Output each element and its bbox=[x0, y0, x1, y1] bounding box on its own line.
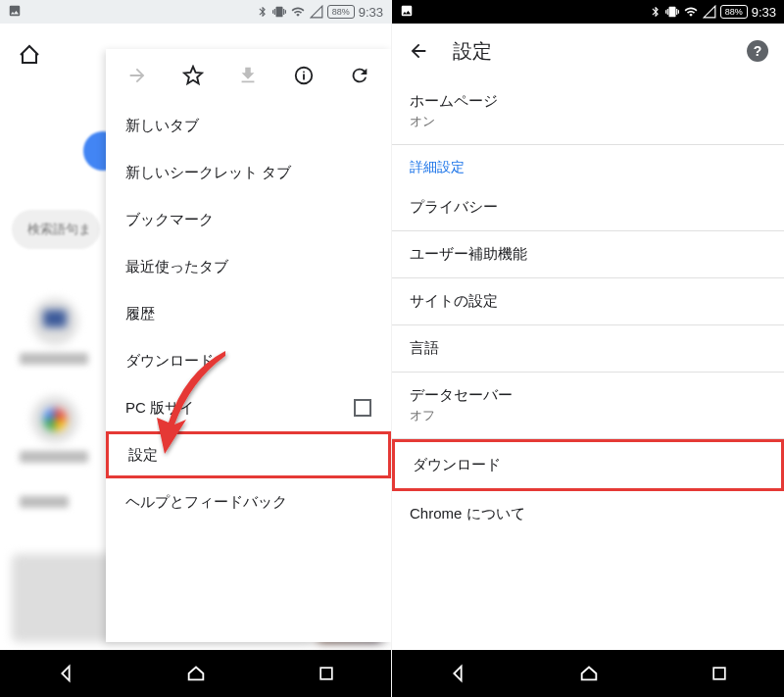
settings-item-homepage[interactable]: ホームページ オン bbox=[392, 78, 784, 145]
android-nav-bar bbox=[392, 650, 784, 697]
wifi-icon bbox=[683, 5, 699, 19]
settings-item-data-saver[interactable]: データセーバー オフ bbox=[392, 373, 784, 439]
forward-icon[interactable] bbox=[118, 65, 157, 86]
nav-recents-icon[interactable] bbox=[317, 664, 336, 683]
settings-item-value: オン bbox=[410, 113, 766, 130]
menu-item-label: PC 版サイ bbox=[125, 399, 194, 418]
signal-icon bbox=[310, 5, 323, 19]
settings-list: ホームページ オン 詳細設定 プライバシー ユーザー補助機能 サイトの設定 言語… bbox=[392, 78, 784, 697]
bookmark-star-icon[interactable] bbox=[173, 65, 213, 86]
status-bar-right: 88% 9:33 bbox=[392, 0, 784, 24]
screen-left: 88% 9:33 検索語句ま bbox=[0, 0, 392, 697]
menu-item-settings[interactable]: 設定 bbox=[106, 431, 391, 478]
section-label-blurred bbox=[20, 496, 69, 508]
home-icon[interactable] bbox=[18, 43, 41, 67]
menu-item-recent-tabs[interactable]: 最近使ったタブ bbox=[106, 243, 391, 290]
settings-item-accessibility[interactable]: ユーザー補助機能 bbox=[392, 231, 784, 278]
menu-item-bookmarks[interactable]: ブックマーク bbox=[106, 196, 391, 243]
status-bar-left: 88% 9:33 bbox=[0, 0, 391, 24]
menu-item-label: ダウンロード bbox=[125, 352, 214, 371]
settings-item-site-settings[interactable]: サイトの設定 bbox=[392, 278, 784, 325]
signal-icon bbox=[703, 5, 716, 19]
shortcut-thumb bbox=[31, 298, 78, 345]
svg-rect-1 bbox=[320, 668, 332, 679]
menu-item-downloads[interactable]: ダウンロード bbox=[106, 337, 391, 384]
search-hint: 検索語句ま bbox=[27, 221, 91, 238]
bluetooth-icon bbox=[650, 5, 662, 19]
settings-item-language[interactable]: 言語 bbox=[392, 325, 784, 373]
menu-item-history[interactable]: 履歴 bbox=[106, 290, 391, 337]
settings-item-label: サイトの設定 bbox=[410, 292, 766, 311]
chrome-overflow-menu: 新しいタブ 新しいシークレット タブ ブックマーク 最近使ったタブ 履歴 ダウン… bbox=[106, 49, 391, 642]
android-nav-bar bbox=[0, 650, 391, 697]
picture-icon bbox=[400, 4, 414, 18]
menu-item-list: 新しいタブ 新しいシークレット タブ ブックマーク 最近使ったタブ 履歴 ダウン… bbox=[106, 102, 391, 642]
menu-item-desktop-site[interactable]: PC 版サイ bbox=[106, 384, 391, 431]
nav-home-icon[interactable] bbox=[185, 663, 207, 684]
menu-item-label: 新しいシークレット タブ bbox=[125, 164, 291, 182]
shortcut-label bbox=[20, 353, 88, 365]
picture-icon bbox=[8, 4, 22, 18]
bluetooth-icon bbox=[257, 5, 269, 19]
menu-item-label: 設定 bbox=[128, 446, 158, 465]
refresh-icon[interactable] bbox=[340, 65, 379, 86]
shortcut-thumb bbox=[31, 396, 78, 443]
settings-item-label: データセーバー bbox=[410, 386, 766, 405]
settings-item-label: プライバシー bbox=[410, 198, 766, 217]
section-header-advanced: 詳細設定 bbox=[392, 145, 784, 184]
vibrate-icon bbox=[272, 5, 286, 19]
nav-back-icon[interactable] bbox=[447, 663, 468, 684]
settings-item-label: ユーザー補助機能 bbox=[410, 245, 766, 264]
battery-indicator: 88% bbox=[720, 5, 748, 19]
nav-home-icon[interactable] bbox=[578, 663, 600, 684]
settings-item-label: Chrome について bbox=[410, 505, 766, 523]
settings-item-downloads[interactable]: ダウンロード bbox=[392, 439, 784, 491]
settings-item-label: ダウンロード bbox=[413, 456, 763, 474]
menu-item-help[interactable]: ヘルプとフィードバック bbox=[106, 478, 391, 525]
vibrate-icon bbox=[665, 5, 679, 19]
settings-item-label: 言語 bbox=[410, 339, 766, 358]
menu-item-label: ブックマーク bbox=[125, 211, 214, 229]
wifi-icon bbox=[290, 5, 306, 19]
clock: 9:33 bbox=[359, 5, 383, 20]
svg-rect-2 bbox=[713, 668, 725, 679]
menu-item-label: 最近使ったタブ bbox=[125, 258, 228, 276]
settings-app-bar: 設定 ? bbox=[392, 24, 784, 78]
browser-background: 検索語句ま bbox=[0, 24, 391, 697]
settings-item-privacy[interactable]: プライバシー bbox=[392, 184, 784, 231]
menu-item-label: ヘルプとフィードバック bbox=[125, 493, 287, 512]
search-field-blurred: 検索語句ま bbox=[12, 210, 100, 249]
menu-item-new-tab[interactable]: 新しいタブ bbox=[106, 102, 391, 149]
nav-back-icon[interactable] bbox=[55, 663, 76, 684]
settings-item-value: オフ bbox=[410, 407, 766, 424]
page-title: 設定 bbox=[453, 38, 492, 65]
menu-item-incognito[interactable]: 新しいシークレット タブ bbox=[106, 149, 391, 196]
settings-item-label: ホームページ bbox=[410, 92, 766, 111]
screen-right: 88% 9:33 設定 ? ホームページ オン 詳細設定 プライバシー ユーザー… bbox=[392, 0, 784, 697]
clock: 9:33 bbox=[752, 5, 776, 20]
menu-icon-row bbox=[106, 49, 391, 102]
download-icon[interactable] bbox=[228, 65, 268, 86]
shortcut-label bbox=[20, 451, 88, 463]
checkbox[interactable] bbox=[354, 399, 371, 417]
settings-item-about[interactable]: Chrome について bbox=[392, 491, 784, 537]
menu-item-label: 履歴 bbox=[125, 305, 155, 324]
nav-recents-icon[interactable] bbox=[710, 664, 729, 683]
info-icon[interactable] bbox=[284, 65, 323, 86]
menu-item-label: 新しいタブ bbox=[125, 117, 199, 135]
battery-indicator: 88% bbox=[327, 5, 355, 19]
back-arrow-icon[interactable] bbox=[408, 40, 429, 62]
help-icon[interactable]: ? bbox=[747, 40, 768, 62]
